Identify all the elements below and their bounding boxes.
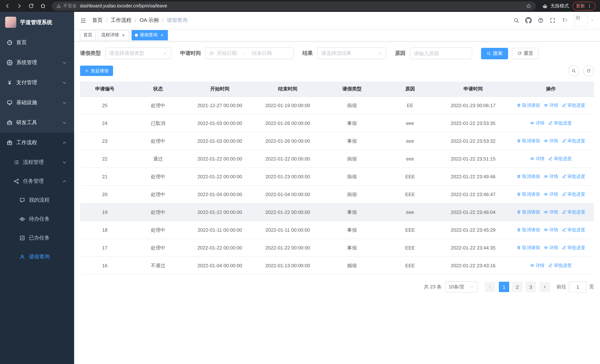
briefcase-icon [7, 140, 13, 146]
breadcrumb-item[interactable]: 工作流程 [111, 17, 131, 24]
progress-action[interactable]: 审批进度 [548, 262, 572, 269]
cancel-action[interactable]: 取消请假 [517, 227, 540, 233]
trash-icon [517, 139, 521, 143]
sidebar-item-dev-tools[interactable]: 研发工具 [0, 113, 74, 133]
progress-action[interactable]: 审批进度 [548, 120, 572, 126]
detail-action[interactable]: 详情 [544, 245, 558, 251]
cancel-action[interactable]: 取消请假 [517, 209, 540, 215]
sidebar-item-leave-query[interactable]: 请假查询 [0, 247, 74, 266]
sidebar-item-task-management[interactable]: 任务管理 [0, 172, 74, 191]
sidebar-item-payment-management[interactable]: 支付管理 [0, 73, 74, 93]
reset-button[interactable]: 重置 [512, 48, 539, 59]
cancel-action[interactable]: 取消请假 [517, 191, 540, 197]
progress-action[interactable]: 审批进度 [562, 173, 585, 180]
search-button[interactable]: 搜索 [481, 48, 508, 59]
toggle-search-button[interactable] [568, 65, 579, 76]
progress-action[interactable]: 审批进度 [562, 191, 585, 197]
progress-action[interactable]: 审批进度 [562, 209, 585, 215]
page-button-1[interactable]: 1 [499, 282, 509, 292]
edit-icon [548, 121, 553, 125]
refresh-button[interactable] [583, 65, 594, 76]
column-header: 请假类型 [322, 82, 382, 97]
page-button-2[interactable]: 2 [512, 282, 523, 292]
detail-action[interactable]: 详情 [544, 173, 558, 180]
page-button-3[interactable]: 3 [525, 282, 536, 292]
action-label: 详情 [536, 262, 544, 269]
progress-action[interactable]: 审批进度 [562, 245, 585, 251]
tab-close-icon[interactable]: × [121, 32, 126, 38]
cancel-action[interactable]: 取消请假 [517, 102, 540, 109]
tab-home[interactable]: 首页 [80, 30, 96, 40]
font-size-icon[interactable]: TT [562, 17, 568, 24]
detail-action[interactable]: 详情 [544, 102, 558, 109]
detail-action[interactable]: 详情 [544, 191, 558, 197]
breadcrumb-item[interactable]: OA 示例 [140, 17, 159, 24]
list-icon [13, 159, 19, 165]
sidebar-item-process-management[interactable]: 流程管理 [0, 153, 74, 172]
security-chip[interactable]: 不安全 [56, 3, 77, 9]
sidebar-item-todo-tasks[interactable]: 待办任务 [0, 209, 74, 228]
table-row: 19处理中2022-01-22 00:00:002022-01-22 00:00… [80, 203, 594, 221]
apply-time-range[interactable]: 开始日期 - 结束日期 [205, 47, 293, 59]
avatar[interactable] [574, 14, 587, 27]
cell-leave-type: 事假 [322, 203, 382, 221]
browser-menu-icon[interactable] [587, 3, 592, 9]
action-label: 详情 [549, 245, 558, 251]
main-area: 首页/工作流程/OA 示例/请假查询 TT 首页流程详情×请假查询× [74, 12, 600, 364]
breadcrumb-item[interactable]: 首页 [92, 17, 103, 24]
bookmark-star-icon[interactable] [526, 3, 531, 9]
detail-action[interactable]: 详情 [530, 156, 544, 162]
infra-icon [7, 100, 13, 106]
fullscreen-icon[interactable] [550, 18, 555, 23]
detail-action[interactable]: 详情 [544, 138, 558, 144]
page-size-select[interactable]: 10条/页 [445, 281, 477, 292]
progress-action[interactable]: 审批进度 [548, 156, 572, 162]
eye-icon [544, 246, 548, 250]
sidebar-toggle-icon[interactable] [80, 17, 86, 24]
progress-action[interactable]: 审批进度 [562, 102, 585, 109]
leave-type-select[interactable]: 请选择请假类型 [105, 47, 171, 59]
create-leave-button[interactable]: 发起请假 [80, 65, 113, 76]
sidebar-item-infrastructure[interactable]: 基础设施 [0, 93, 74, 113]
detail-action[interactable]: 详情 [544, 209, 558, 215]
avatar-caret-icon[interactable] [590, 19, 594, 22]
help-icon[interactable] [538, 18, 544, 23]
back-icon[interactable] [4, 3, 10, 9]
forward-icon[interactable] [16, 3, 22, 9]
edit-icon [562, 246, 566, 250]
reload-icon[interactable] [28, 3, 34, 9]
detail-action[interactable]: 详情 [544, 227, 558, 233]
reset-button-label: 重置 [524, 50, 533, 57]
tab-leave-query[interactable]: 请假查询× [131, 30, 168, 40]
detail-action[interactable]: 详情 [530, 262, 544, 269]
next-page-button[interactable] [540, 282, 550, 292]
result-select[interactable]: 请选择流结果 [317, 47, 386, 59]
page-content: 请假类型 请选择请假类型 申请时间 开始日期 - 结束日期 [74, 42, 600, 364]
sidebar-item-system-management[interactable]: 系统管理 [0, 53, 74, 73]
reason-input[interactable] [410, 47, 472, 59]
goto-page-input[interactable] [569, 281, 587, 292]
update-button[interactable]: 更新 [572, 2, 596, 10]
github-icon[interactable] [525, 17, 532, 24]
sidebar-item-done-tasks[interactable]: 已办任务 [0, 228, 74, 247]
cancel-action[interactable]: 取消请假 [517, 245, 540, 251]
cancel-action[interactable]: 取消请假 [517, 173, 540, 180]
prev-page-button[interactable] [485, 282, 495, 292]
sidebar-item-workflow[interactable]: 工作流程 [0, 133, 74, 153]
sidebar-item-my-processes[interactable]: 我的流程 [0, 191, 74, 209]
progress-action[interactable]: 审批进度 [562, 227, 585, 233]
cell-status: 通过 [130, 150, 187, 168]
detail-action[interactable]: 详情 [530, 120, 544, 126]
browser-home-icon[interactable] [40, 3, 46, 9]
progress-action[interactable]: 审批进度 [562, 138, 585, 144]
app-logo[interactable]: 芋道管理系统 [0, 12, 74, 33]
tab-close-icon[interactable]: × [159, 32, 165, 38]
cell-reason: eee [382, 203, 439, 221]
header-search-icon[interactable] [513, 18, 519, 23]
top-navbar: 首页/工作流程/OA 示例/请假查询 TT [74, 12, 600, 29]
tab-process-detail[interactable]: 流程详情× [98, 30, 129, 40]
address-bar[interactable]: 不安全 dashboard.yudao.iocoder.cn/bpm/oa/le… [52, 1, 536, 10]
cancel-action[interactable]: 取消请假 [517, 138, 540, 144]
sidebar-item-home[interactable]: 首页 [0, 33, 74, 53]
cell-reason: eee [382, 132, 439, 150]
